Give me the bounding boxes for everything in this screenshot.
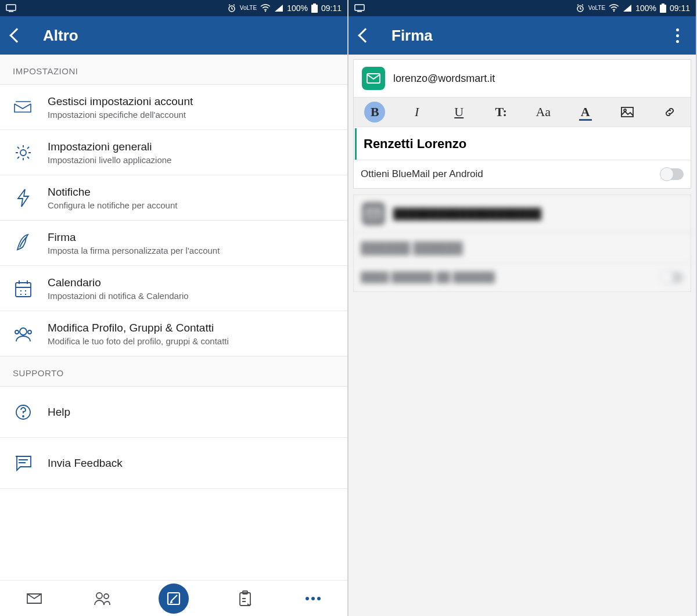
- row-subtitle: Impostazioni specifiche dell'account: [48, 110, 335, 120]
- format-image-button[interactable]: [606, 98, 649, 127]
- svg-point-13: [96, 593, 102, 599]
- mail-badge-icon: [362, 202, 385, 225]
- mail-badge-icon: [362, 67, 385, 90]
- account-email-blurred: ████████████████████: [393, 208, 541, 220]
- svg-rect-4: [311, 5, 318, 13]
- account-email: lorenzo@wordsmart.it: [393, 73, 495, 85]
- row-title: Invia Feedback: [48, 456, 335, 470]
- row-title: Calendario: [48, 276, 335, 290]
- svg-rect-19: [357, 11, 362, 12]
- app-bar: Firma: [348, 16, 696, 55]
- format-underline-button[interactable]: U: [438, 98, 480, 127]
- lightning-icon: [13, 188, 34, 208]
- row-general-settings[interactable]: Impostazioni generali Impostazioni livel…: [0, 130, 347, 175]
- account-row[interactable]: lorenzo@wordsmart.it: [354, 60, 691, 98]
- svg-rect-0: [6, 5, 16, 10]
- format-case-button[interactable]: Aa: [522, 98, 565, 127]
- battery-text: 100%: [635, 3, 656, 13]
- section-header-settings: IMPOSTAZIONI: [0, 55, 347, 85]
- signature-input[interactable]: Renzetti Lorenzo: [355, 128, 691, 160]
- promo-switch[interactable]: [660, 168, 684, 180]
- svg-point-3: [265, 10, 266, 12]
- people-icon: [13, 323, 34, 344]
- row-title: Firma: [48, 230, 335, 244]
- alarm-icon: [576, 3, 585, 13]
- gear-icon: [13, 142, 34, 163]
- right-screen: VoLTE 100% 09:11 Firma: [348, 0, 697, 616]
- bottom-nav: [0, 580, 347, 616]
- signal-icon: [623, 4, 632, 12]
- row-title: Modifica Profilo, Gruppi & Contatti: [48, 321, 335, 335]
- device-icon: [6, 4, 16, 12]
- app-bar: Altro: [0, 16, 347, 55]
- promo-switch-blurred: [660, 272, 684, 283]
- battery-text: 100%: [287, 3, 308, 13]
- row-calendar[interactable]: Calendario Impostazioni di notifica & Ca…: [0, 266, 347, 311]
- format-color-button[interactable]: A: [565, 98, 607, 127]
- svg-rect-23: [662, 3, 664, 5]
- calendar-icon: [13, 278, 34, 299]
- signature-input-blurred: ██████ ██████: [354, 233, 691, 263]
- help-icon: [13, 402, 34, 423]
- back-button[interactable]: [358, 28, 372, 42]
- alarm-icon: [227, 3, 236, 13]
- signature-card-secondary: ████████████████████ ██████ ██████ ████ …: [353, 194, 691, 292]
- overflow-menu-button[interactable]: [670, 28, 684, 43]
- svg-point-14: [104, 594, 109, 599]
- row-title: Notifiche: [48, 185, 335, 199]
- wifi-icon: [609, 4, 619, 12]
- svg-point-12: [23, 416, 24, 417]
- format-bold-button[interactable]: B: [354, 98, 396, 127]
- svg-rect-22: [660, 5, 666, 13]
- format-italic-button[interactable]: I: [396, 98, 439, 127]
- svg-point-21: [613, 10, 615, 12]
- nav-more[interactable]: [301, 586, 325, 611]
- promo-label-blurred: ████ ██████ ██ ██████: [361, 272, 495, 283]
- battery-icon: [311, 3, 318, 13]
- row-subtitle: Modifica le tuo foto del profilo, gruppi…: [48, 336, 335, 346]
- format-textsize-button[interactable]: T:: [480, 98, 523, 127]
- back-button[interactable]: [9, 28, 24, 42]
- nav-people[interactable]: [90, 586, 114, 611]
- svg-rect-5: [313, 3, 316, 5]
- volte-label: VoLTE: [240, 5, 257, 11]
- row-help[interactable]: Help: [0, 387, 347, 438]
- nav-tasks[interactable]: [233, 586, 257, 611]
- feather-icon: [13, 233, 34, 254]
- row-subtitle: Configura le notifiche per account: [48, 200, 335, 210]
- page-title: Altro: [43, 27, 78, 45]
- account-row-blurred: ████████████████████: [354, 195, 691, 233]
- nav-compose-button[interactable]: [159, 583, 189, 614]
- svg-rect-18: [355, 5, 364, 10]
- promo-toggle-row: Ottieni BlueMail per Android: [354, 160, 691, 188]
- svg-rect-1: [9, 11, 13, 12]
- row-subtitle: Imposta la firma personalizzata per l'ac…: [48, 246, 335, 255]
- row-title: Impostazioni generali: [48, 140, 335, 154]
- clock-text: 09:11: [321, 3, 342, 13]
- row-profile-groups[interactable]: Modifica Profilo, Gruppi & Contatti Modi…: [0, 311, 347, 356]
- format-link-button[interactable]: [649, 98, 691, 127]
- status-bar: VoLTE 100% 09:11: [348, 0, 696, 16]
- clock-text: 09:11: [670, 3, 690, 13]
- row-subtitle: Impostazioni di notifica & Calendario: [48, 291, 335, 301]
- svg-point-6: [20, 150, 26, 156]
- page-title: Firma: [391, 27, 433, 45]
- format-toolbar: B I U T: Aa A: [354, 98, 691, 127]
- svg-point-9: [15, 330, 19, 334]
- svg-point-10: [28, 330, 31, 334]
- row-title: Gestisci impostazioni account: [48, 95, 335, 109]
- envelope-stack-icon: [13, 97, 34, 118]
- left-screen: VoLTE 100% 09:11 Altro IMPOSTAZIONI Gest…: [0, 0, 348, 616]
- row-notifications[interactable]: Notifiche Configura le notifiche per acc…: [0, 175, 347, 221]
- row-feedback[interactable]: Invia Feedback: [0, 438, 347, 489]
- nav-inbox[interactable]: [22, 586, 46, 611]
- row-account-settings[interactable]: Gestisci impostazioni account Impostazio…: [0, 85, 347, 130]
- section-header-support: SUPPORTO: [0, 356, 347, 387]
- signature-card-primary: lorenzo@wordsmart.it B I U T: Aa A Renze…: [353, 59, 691, 189]
- svg-rect-7: [16, 283, 31, 297]
- svg-rect-25: [621, 107, 633, 117]
- status-bar: VoLTE 100% 09:11: [0, 0, 347, 16]
- row-subtitle: Impostazioni livello applicazione: [48, 155, 335, 165]
- battery-icon: [660, 3, 666, 13]
- row-signature[interactable]: Firma Imposta la firma personalizzata pe…: [0, 221, 347, 266]
